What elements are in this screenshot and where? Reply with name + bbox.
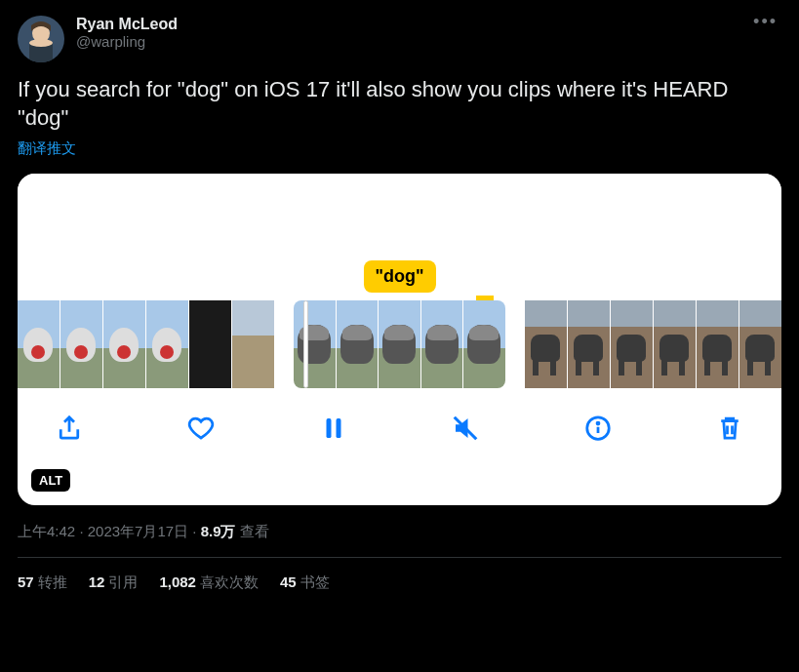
clip-group-2[interactable] xyxy=(294,300,505,388)
share-icon[interactable] xyxy=(53,412,86,445)
thumbnail xyxy=(103,300,145,388)
mute-icon[interactable] xyxy=(449,412,482,445)
media-preview-area: "dog" xyxy=(18,174,781,300)
thumbnail xyxy=(18,300,60,388)
thumbnail xyxy=(654,300,696,388)
retweets-stat[interactable]: 57转推 xyxy=(18,573,67,592)
thumbnail xyxy=(60,300,102,388)
tweet-container: ••• Ryan McLeod @warpling If you search … xyxy=(0,0,799,608)
translate-link[interactable]: 翻译推文 xyxy=(18,139,781,158)
thumbnail xyxy=(697,300,739,388)
tweet-text: If you search for "dog" on iOS 17 it'll … xyxy=(18,76,781,132)
display-name[interactable]: Ryan McLeod xyxy=(76,16,178,33)
user-handle[interactable]: @warpling xyxy=(76,33,178,50)
clip-group-1[interactable] xyxy=(18,300,274,388)
thumbnail xyxy=(463,300,505,388)
info-icon[interactable] xyxy=(581,412,615,445)
thumbnail xyxy=(337,300,379,388)
thumbnail xyxy=(189,300,231,388)
bookmarks-stat[interactable]: 45书签 xyxy=(280,573,330,592)
thumbnail xyxy=(146,300,188,388)
thumbnail xyxy=(525,300,567,388)
trash-icon[interactable] xyxy=(713,412,746,445)
thumbnail xyxy=(611,300,653,388)
svg-rect-5 xyxy=(336,418,340,438)
video-thumbnail-track[interactable] xyxy=(18,300,781,388)
heart-icon[interactable] xyxy=(184,412,218,445)
tweet-time[interactable]: 上午4:42 xyxy=(18,523,75,539)
media-toolbar xyxy=(18,388,781,460)
svg-point-3 xyxy=(29,39,53,47)
thumbnail xyxy=(232,300,274,388)
thumbnail xyxy=(739,300,781,388)
pause-icon[interactable] xyxy=(317,412,350,445)
likes-stat[interactable]: 1,082喜欢次数 xyxy=(159,573,259,592)
thumbnail xyxy=(568,300,610,388)
tweet-date[interactable]: 2023年7月17日 xyxy=(88,523,188,539)
thumbnail xyxy=(294,300,336,388)
svg-point-9 xyxy=(597,422,599,424)
views-label: 查看 xyxy=(240,523,269,539)
search-term-badge: "dog" xyxy=(363,260,435,293)
svg-rect-4 xyxy=(326,418,331,438)
tweet-stats: 57转推 12引用 1,082喜欢次数 45书签 xyxy=(18,558,781,608)
clip-group-3[interactable] xyxy=(525,300,781,388)
quotes-stat[interactable]: 12引用 xyxy=(89,573,139,592)
tweet-meta: 上午4:42 · 2023年7月17日 · 8.9万 查看 xyxy=(18,523,781,541)
tweet-header: Ryan McLeod @warpling xyxy=(18,16,781,62)
alt-badge[interactable]: ALT xyxy=(31,469,70,492)
media-attachment[interactable]: "dog" xyxy=(18,174,781,505)
thumbnail xyxy=(421,300,463,388)
more-options-button[interactable]: ••• xyxy=(753,12,778,32)
playhead[interactable] xyxy=(303,300,308,388)
avatar[interactable] xyxy=(18,16,64,62)
thumbnail xyxy=(379,300,420,388)
views-count[interactable]: 8.9万 xyxy=(201,523,236,539)
